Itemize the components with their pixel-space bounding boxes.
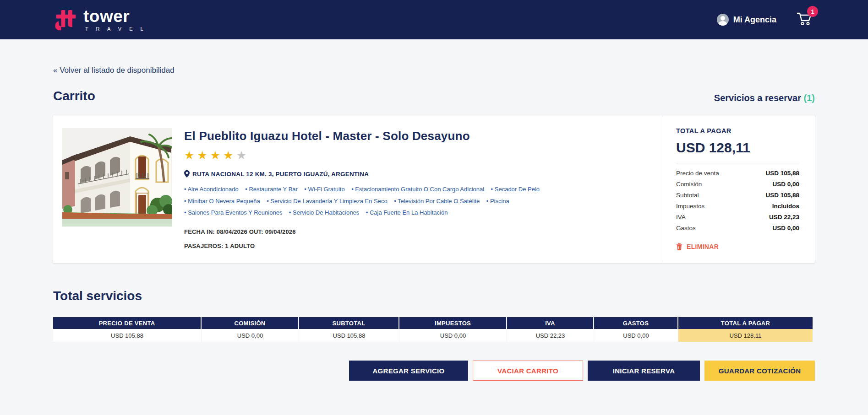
amenity: Secador De Pelo [491, 185, 540, 194]
totals-table-row: USD 105,88 USD 0,00 USD 105,88 USD 0,00 … [53, 329, 813, 342]
star-icon: ★ [197, 149, 210, 162]
services-count: (1) [804, 93, 815, 103]
hotel-photo [62, 128, 172, 226]
user-menu[interactable]: Mi Agencia [717, 14, 776, 26]
summary-row: Precio de venta USD 105,88 [676, 170, 799, 177]
table-cell: USD 22,23 [507, 329, 594, 342]
dates-in-out: FECHA IN: 08/04/2026 OUT: 09/04/2026 [184, 228, 652, 235]
amenity: Salones Para Eventos Y Reuniones [184, 208, 282, 218]
hotel-address: RUTA NACIONAL 12 KM. 3, PUERTO IGUAZÚ, A… [192, 171, 369, 178]
column-header: COMISIÓN [202, 317, 299, 329]
tower-travel-logo-icon [54, 8, 78, 31]
amenity: Caja Fuerte En La Habitación [366, 208, 448, 218]
page-title: Carrito [53, 89, 95, 103]
cart-item-card: El Pueblito Iguazu Hotel - Master - Solo… [53, 115, 815, 263]
column-header: PRECIO DE VENTA [53, 317, 202, 329]
summary-row: Gastos USD 0,00 [676, 225, 799, 232]
delete-item-button[interactable]: ELIMINAR [676, 243, 719, 250]
amenity: Restaurante Y Bar [245, 185, 298, 194]
add-service-button[interactable]: AGREGAR SERVICIO [349, 361, 468, 381]
table-cell: USD 0,00 [202, 329, 299, 342]
empty-cart-button[interactable]: VACIAR CARRITO [473, 361, 583, 381]
amenity: Estacionamiento Gratuito O Con Cargo Adi… [351, 185, 484, 194]
table-cell: USD 0,00 [399, 329, 507, 342]
amenity: Servicio De Lavandería Y Limpieza En Sec… [267, 197, 388, 206]
summary-row: Subtotal USD 105,88 [676, 192, 799, 199]
column-header: IMPUESTOS [399, 317, 507, 329]
action-buttons: AGREGAR SERVICIO VACIAR CARRITO INICIAR … [53, 361, 815, 381]
star-icon: ★ [184, 149, 197, 162]
trash-icon [676, 243, 682, 250]
amenity: Wi-Fi Gratuito [304, 185, 344, 194]
price-summary-panel: TOTAL A PAGAR USD 128,11 Precio de venta… [663, 115, 815, 263]
amenity: Servicio De Habitaciones [289, 208, 359, 218]
column-header: IVA [507, 317, 594, 329]
amenity: Minibar O Nevera Pequeña [184, 197, 260, 206]
totals-title: Total servicios [53, 289, 815, 303]
amenities-list: Aire Acondicionado Restaurante Y Bar Wi-… [184, 183, 560, 218]
totals-table-header: PRECIO DE VENTA COMISIÓN SUBTOTAL IMPUES… [53, 317, 813, 329]
table-cell: USD 105,88 [53, 329, 202, 342]
cart-button[interactable]: 1 [797, 11, 812, 28]
passengers: PASAJEROS: 1 ADULTO [184, 243, 652, 249]
totals-table: PRECIO DE VENTA COMISIÓN SUBTOTAL IMPUES… [53, 317, 813, 342]
top-navbar: tower T R A V E L Mi Agencia 1 [0, 0, 868, 39]
summary-title: TOTAL A PAGAR [676, 127, 799, 135]
brand-subtitle: T R A V E L [85, 27, 147, 32]
save-quote-button[interactable]: GUARDAR COTIZACIÓN [704, 361, 815, 381]
start-booking-button[interactable]: INICIAR RESERVA [588, 361, 700, 381]
hotel-title: El Pueblito Iguazu Hotel - Master - Solo… [184, 129, 652, 143]
amenity: Televisión Por Cable O Satélite [394, 197, 480, 206]
hotel-location: RUTA NACIONAL 12 KM. 3, PUERTO IGUAZÚ, A… [184, 170, 652, 178]
user-name: Mi Agencia [733, 15, 776, 25]
summary-row: Impuestos Incluidos [676, 203, 799, 210]
column-header: TOTAL A PAGAR [678, 317, 813, 329]
table-cell-total: USD 128,11 [678, 329, 813, 342]
table-cell: USD 105,88 [299, 329, 399, 342]
star-icon: ★ [236, 149, 249, 162]
star-rating: ★★★★★ [184, 150, 652, 161]
star-icon: ★ [223, 149, 236, 162]
brand-logo[interactable]: tower T R A V E L [54, 8, 147, 32]
brand-name: tower [83, 8, 147, 25]
amenity: Aire Acondicionado [184, 185, 239, 194]
summary-total-amount: USD 128,11 [676, 140, 799, 156]
summary-row: Comisión USD 0,00 [676, 181, 799, 188]
star-icon: ★ [210, 149, 223, 162]
map-pin-icon [184, 170, 190, 178]
user-avatar-icon [717, 14, 729, 26]
services-to-book-counter: Servicios a reservar (1) [714, 93, 815, 103]
cart-page: « Volver al listado de disponibilidad Ca… [0, 39, 868, 381]
cart-count-badge: 1 [807, 6, 818, 17]
amenity: Piscina [486, 197, 509, 206]
column-header: SUBTOTAL [299, 317, 399, 329]
column-header: GASTOS [594, 317, 678, 329]
summary-divider [676, 163, 799, 163]
summary-row: IVA USD 22,23 [676, 214, 799, 221]
back-to-availability-link[interactable]: « Volver al listado de disponibilidad [53, 66, 175, 75]
table-cell: USD 0,00 [594, 329, 678, 342]
